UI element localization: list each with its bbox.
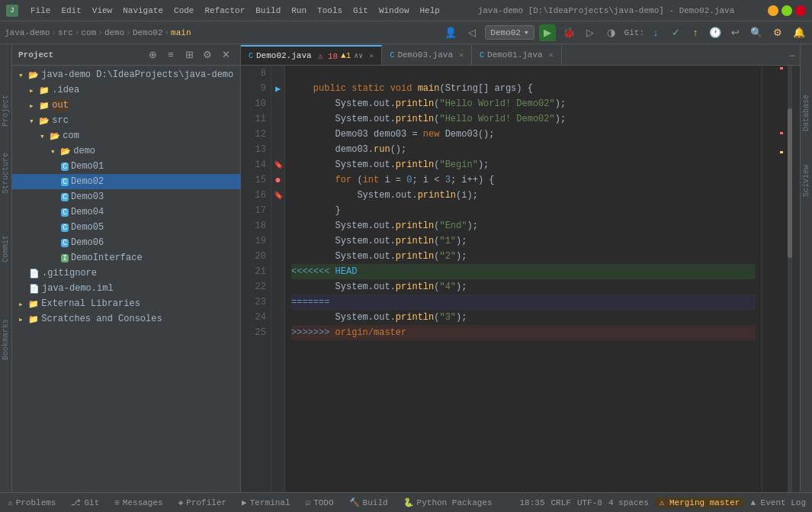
tab-todo[interactable]: ☑ TODO	[298, 493, 342, 512]
structure-panel-label[interactable]: Structure	[0, 148, 11, 198]
status-charset[interactable]: UTF-8	[577, 498, 602, 507]
debug-button[interactable]: 🐞	[560, 24, 577, 41]
menu-run[interactable]: Run	[287, 5, 311, 17]
breadcrumb-demo[interactable]: demo	[104, 28, 124, 37]
tree-item-demo04[interactable]: C Demo04	[12, 204, 240, 220]
tab-messages[interactable]: ≡ Messages	[107, 493, 170, 512]
tree-label-.idea: .idea	[52, 85, 79, 95]
tree-item-out[interactable]: ▸ 📁 out	[12, 98, 240, 113]
tab-close-demo03[interactable]: ✕	[459, 50, 464, 60]
settings-button[interactable]: ⚙	[769, 24, 786, 41]
tree-item-demo06[interactable]: C Demo06	[12, 235, 240, 250]
minimize-button[interactable]	[768, 5, 778, 16]
git-push-button[interactable]: ↑	[687, 24, 704, 41]
tab-close-demo02[interactable]: ✕	[369, 51, 374, 60]
panel-new-button[interactable]: ⊕	[144, 47, 161, 63]
tab-demo03[interactable]: C Demo03.java ✕	[382, 45, 472, 65]
back-icon[interactable]: ◁	[464, 24, 480, 41]
project-panel-label[interactable]: Project	[0, 90, 11, 131]
tree-item-demo02[interactable]: C Demo02	[12, 174, 240, 189]
tab-terminal[interactable]: ▶ Terminal	[234, 493, 297, 512]
panel-collapse-button[interactable]: ≡	[162, 47, 179, 63]
tab-git[interactable]: ⎇ Git	[63, 493, 107, 512]
tree-item-src[interactable]: ▾ 📂 src	[12, 113, 240, 128]
database-panel-label[interactable]: Database	[801, 90, 812, 136]
project-tree[interactable]: ▾ 📂 java-demo D:\IdeaProjects\java-demo▸…	[12, 66, 240, 492]
breadcrumb-file[interactable]: Demo02	[133, 28, 163, 37]
menu-navigate[interactable]: Navigate	[118, 5, 168, 17]
maximize-button[interactable]	[782, 5, 792, 16]
status-indent[interactable]: 4 spaces	[608, 498, 649, 507]
breakpoint-marker[interactable]: ●	[274, 174, 281, 186]
menu-view[interactable]: View	[88, 5, 117, 17]
breadcrumb-com[interactable]: com	[81, 28, 96, 37]
scrollbar-track[interactable]	[788, 66, 792, 492]
tabs-overflow[interactable]: ⋯	[785, 47, 800, 65]
search-everywhere-button[interactable]: 🔍	[748, 24, 765, 41]
tree-item-com[interactable]: ▾ 📂 com	[12, 128, 240, 143]
commit-panel-label[interactable]: Commit	[0, 230, 11, 267]
tree-item-java-demo-iml[interactable]: 📄 java-demo.iml	[12, 281, 240, 296]
tab-arrows[interactable]: ∧∨	[354, 51, 363, 60]
tree-item-demo[interactable]: ▾ 📂 demo	[12, 143, 240, 159]
sciview-panel-label[interactable]: SciView	[801, 160, 812, 201]
line-num-15: 15	[246, 172, 266, 188]
tree-item-demointerface[interactable]: I DemoInterface	[12, 250, 240, 266]
menu-help[interactable]: Help	[416, 5, 445, 17]
panel-settings-button[interactable]: ⚙	[199, 47, 216, 63]
status-event-log[interactable]: ▲ Event Log	[750, 498, 806, 507]
undo-button[interactable]: ↩	[727, 24, 743, 41]
menu-git[interactable]: Git	[348, 5, 373, 17]
code-editor[interactable]: 8910111213141516171819202122232425 ▶🔖●🔖 …	[241, 66, 800, 492]
menu-tools[interactable]: Tools	[313, 5, 347, 17]
git-history-button[interactable]: 🕐	[707, 24, 724, 41]
tab-close-demo01[interactable]: ✕	[549, 50, 554, 60]
scrollbar-thumb[interactable]	[788, 108, 792, 258]
code-content[interactable]: public static void main(String[] args) {…	[285, 66, 762, 492]
coverage-button[interactable]: ▷	[582, 24, 599, 41]
tree-item--idea[interactable]: ▸ 📁 .idea	[12, 82, 240, 98]
tab-demo01[interactable]: C Demo01.java ✕	[472, 45, 562, 65]
menu-bar[interactable]: File Edit View Navigate Code Refactor Bu…	[26, 5, 445, 17]
menu-edit[interactable]: Edit	[56, 5, 85, 17]
status-merge[interactable]: ⚠ Merging master	[655, 498, 745, 507]
tree-item-demo03[interactable]: C Demo03	[12, 189, 240, 204]
bookmarks-panel-label[interactable]: Bookmarks	[0, 314, 11, 365]
tab-profiler[interactable]: ◈ Profiler	[171, 493, 234, 512]
panel-sort-button[interactable]: ⊞	[181, 47, 197, 63]
user-icon[interactable]: 👤	[442, 24, 459, 41]
tab-demo02[interactable]: C Demo02.java ⚠ 18 ▲1 ∧∨ ✕	[241, 45, 382, 65]
editor-scrollbar[interactable]	[762, 66, 800, 492]
tree-item-java-demo[interactable]: ▾ 📂 java-demo D:\IdeaProjects\java-demo	[12, 67, 240, 82]
panel-close-button[interactable]: ✕	[217, 47, 234, 63]
menu-window[interactable]: Window	[374, 5, 414, 17]
tab-python-packages[interactable]: 🐍 Python Packages	[396, 493, 500, 512]
breadcrumb-src[interactable]: src	[58, 28, 73, 37]
menu-refactor[interactable]: Refactor	[200, 5, 249, 17]
menu-build[interactable]: Build	[251, 5, 285, 17]
menu-code[interactable]: Code	[169, 5, 198, 17]
code-line-25: >>>>>>> origin/master	[291, 325, 756, 340]
tree-item-external-libraries[interactable]: ▸ 📁 External Libraries	[12, 296, 240, 311]
git-commit-button[interactable]: ✓	[667, 24, 684, 41]
run-config-dropdown[interactable]: Demo02 ▾	[485, 25, 534, 40]
tab-problems[interactable]: ⚠ Problems	[0, 493, 63, 512]
tab-build[interactable]: 🔨 Build	[342, 493, 396, 512]
breadcrumb-method[interactable]: main	[171, 28, 191, 37]
tree-item-demo05[interactable]: C Demo05	[12, 220, 240, 235]
run-arrow[interactable]: ▶	[275, 83, 281, 95]
tree-item--gitignore[interactable]: 📄 .gitignore	[12, 266, 240, 281]
code-line-18: System.out.println("End");	[291, 218, 756, 233]
panel-header-icons[interactable]: ⊕ ≡ ⊞ ⚙ ✕	[144, 47, 234, 63]
git-update-button[interactable]: ↓	[647, 24, 664, 41]
run-button[interactable]: ▶	[539, 24, 556, 41]
notifications-button[interactable]: 🔔	[791, 24, 807, 41]
tree-item-demo01[interactable]: C Demo01	[12, 159, 240, 174]
window-controls[interactable]	[768, 5, 806, 16]
tree-item-scratches-and-consoles[interactable]: ▸ 📁 Scratches and Consoles	[12, 311, 240, 327]
profile-button[interactable]: ◑	[603, 24, 620, 41]
breadcrumb-project[interactable]: java-demo	[5, 28, 50, 37]
menu-file[interactable]: File	[26, 5, 55, 17]
close-button[interactable]	[795, 5, 806, 16]
status-line-ending[interactable]: CRLF	[551, 498, 571, 507]
